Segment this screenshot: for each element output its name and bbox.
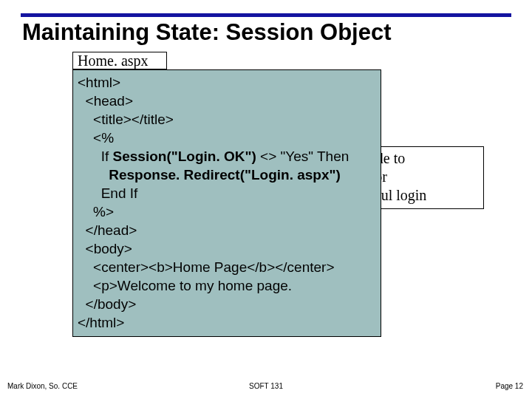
footer-center: SOFT 131	[249, 382, 283, 390]
top-rule	[21, 13, 511, 17]
code-line: </body>	[78, 296, 136, 312]
code-line: <> "Yes" Then	[256, 149, 349, 164]
code-line: %>	[78, 204, 114, 219]
file-tab: Home. aspx	[72, 52, 167, 69]
code-line	[78, 167, 109, 183]
code-line: <p>Welcome to my home page.	[78, 278, 292, 293]
code-line: End If	[78, 185, 137, 201]
code-line: <%	[78, 130, 114, 146]
code-line: <html>	[78, 75, 120, 90]
code-box: <html> <head> <title></title> <% If Sess…	[72, 69, 381, 337]
code-line: <title></title>	[78, 112, 174, 127]
footer-right: Page 12	[496, 382, 523, 390]
code-line: </html>	[78, 315, 124, 330]
code-line: <body>	[78, 241, 132, 256]
code-bold: Response. Redirect("Login. aspx")	[109, 167, 341, 183]
code-line: <center><b>Home Page</b></center>	[78, 259, 335, 275]
code-line: <head>	[78, 93, 133, 109]
slide-title: Maintaining State: Session Object	[22, 19, 392, 46]
footer-left: Mark Dixon, So. CCE	[7, 382, 78, 390]
code-line: If	[78, 149, 113, 164]
code-line: </head>	[78, 222, 137, 238]
code-bold: Session("Login. OK")	[113, 149, 256, 164]
